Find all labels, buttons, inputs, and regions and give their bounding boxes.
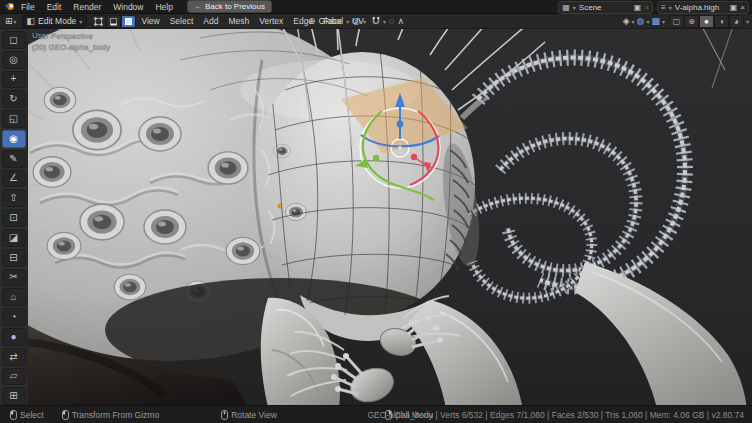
- back-button-label: Back to Previous: [205, 2, 265, 11]
- material-preview-icon: ◑: [719, 17, 724, 26]
- chevron-down-icon: ▾: [14, 18, 17, 25]
- topbar: File Edit Render Window Help ← Back to P…: [0, 0, 752, 14]
- tool-poly-build[interactable]: ⌂: [2, 288, 26, 306]
- tool-transform[interactable]: ◉: [2, 130, 26, 148]
- hint-label: Rotate View: [231, 410, 277, 420]
- snap-settings-dropdown[interactable]: ▾: [383, 18, 386, 25]
- xray-box-icon: ▢: [673, 17, 681, 26]
- toolbar: ◻ ◎ + ↻ ◱ ◉ ✎ ∠ ⇧ ⊡ ◪ ⊟ ✂ ⌂ ◔ ● ⇄ ▱ ⊞: [0, 28, 28, 406]
- shading-material-button[interactable]: ◑: [714, 15, 729, 28]
- menu-render[interactable]: Render: [67, 2, 107, 12]
- new-view-layer-icon[interactable]: ▣: [730, 3, 738, 12]
- pivot-point-dropdown[interactable]: ◎: [352, 16, 360, 26]
- xray-settings-dropdown[interactable]: ▾: [662, 18, 665, 25]
- menu-edit[interactable]: Edit: [41, 2, 68, 12]
- status-hint-transform: Transform From Gizmo: [62, 410, 160, 420]
- mode-dropdown[interactable]: ◧ Edit Mode ▾: [22, 15, 88, 28]
- tool-shear[interactable]: ▱: [2, 368, 26, 386]
- mouse-middle-icon: [221, 410, 228, 420]
- menu-help[interactable]: Help: [149, 2, 178, 12]
- select-mode-group: [91, 15, 136, 28]
- tool-smooth[interactable]: ●: [2, 328, 26, 346]
- solid-shading-icon: ●: [704, 17, 709, 26]
- scene-statistics: GEO-alpha_body | Verts 6/532 | Edges 7/1…: [367, 410, 744, 420]
- face-select-mode-button[interactable]: [121, 15, 136, 28]
- back-to-previous-button[interactable]: ← Back to Previous: [187, 0, 272, 13]
- tool-annotate[interactable]: ✎: [2, 150, 26, 168]
- new-scene-icon[interactable]: ▣: [634, 3, 642, 12]
- proportional-falloff-dropdown[interactable]: ∧: [397, 16, 404, 26]
- rip-region-icon: ⊞: [9, 391, 17, 401]
- snap-magnet-toggle[interactable]: [372, 16, 380, 26]
- viewport-3d-canvas[interactable]: [0, 0, 752, 423]
- edge-select-mode-button[interactable]: [106, 15, 121, 28]
- view-layer-selector[interactable]: ≡ ▾ V-alpha.high ▣ ×: [657, 1, 749, 14]
- status-hint-rotate-view: Rotate View: [221, 410, 277, 420]
- status-hint-select: Select: [10, 410, 44, 420]
- menu-view[interactable]: View: [136, 16, 164, 26]
- gizmo-settings-dropdown[interactable]: ▾: [632, 18, 635, 25]
- tool-rip-region[interactable]: ⊞: [2, 387, 26, 405]
- tool-cursor[interactable]: ◎: [2, 51, 26, 69]
- overlays-settings-dropdown[interactable]: ▾: [646, 18, 649, 25]
- tool-knife[interactable]: ✂: [2, 269, 26, 287]
- menu-window[interactable]: Window: [107, 2, 149, 12]
- rendered-shading-icon: ◕: [734, 17, 739, 26]
- tool-extrude-region[interactable]: ⇧: [2, 189, 26, 207]
- vertex-select-mode-button[interactable]: [91, 15, 106, 28]
- shear-icon: ▱: [10, 371, 18, 381]
- hint-label: Transform From Gizmo: [72, 410, 160, 420]
- remove-view-layer-icon[interactable]: ×: [740, 3, 745, 12]
- mouse-left-icon: [10, 410, 17, 420]
- tool-inset-faces[interactable]: ⊡: [2, 209, 26, 227]
- editor-type-button[interactable]: ⊞ ▾: [3, 16, 19, 26]
- menu-select[interactable]: Select: [165, 16, 199, 26]
- view-layer-icon: ≡: [661, 3, 666, 12]
- tool-spin[interactable]: ◔: [2, 308, 26, 326]
- show-overlays-toggle[interactable]: ◍: [637, 16, 645, 26]
- menu-vertex[interactable]: Vertex: [254, 16, 288, 26]
- active-object-overlay: (20) GEO-alpha_body: [32, 42, 110, 51]
- xray-toggle[interactable]: ▩: [651, 16, 660, 26]
- tool-scale[interactable]: ◱: [2, 110, 26, 128]
- tool-edge-slide[interactable]: ⇄: [2, 348, 26, 366]
- measure-icon: ∠: [9, 173, 18, 183]
- viewport-display-controls: ◈ ▾ ◍ ▾ ▩ ▾ ▢ ⊕ ● ◑ ◕ ▾: [623, 14, 749, 28]
- face-mode-icon: [124, 17, 133, 26]
- back-arrow-icon: ←: [194, 2, 202, 11]
- scene-name[interactable]: Scene: [579, 3, 631, 12]
- view-name-overlay: User Perspective: [32, 31, 93, 40]
- editor-type-icon: ⊞: [5, 16, 13, 26]
- shading-rendered-button[interactable]: ◕: [729, 15, 744, 28]
- chevron-down-icon: ▾: [346, 18, 349, 25]
- menu-mesh[interactable]: Mesh: [223, 16, 254, 26]
- shading-wireframe-button[interactable]: ⊕: [684, 15, 699, 28]
- transform-controls: ⊕ Global ▾ ◎ ▾ ▾ ◌ ∧: [308, 14, 404, 28]
- scene-selector[interactable]: ▦ ▾ Scene ▣ ×: [558, 1, 653, 14]
- chevron-down-icon: ▾: [669, 4, 672, 11]
- spin-icon: ◔: [10, 312, 16, 322]
- tool-select-box[interactable]: ◻: [2, 31, 26, 49]
- delete-scene-icon: ×: [644, 3, 649, 12]
- shading-solid-button[interactable]: ●: [699, 15, 714, 28]
- tool-loop-cut[interactable]: ⊟: [2, 249, 26, 267]
- smooth-icon: ●: [10, 332, 16, 342]
- chevron-down-icon: ▾: [363, 18, 366, 25]
- tool-move[interactable]: +: [2, 71, 26, 89]
- tool-rotate[interactable]: ↻: [2, 90, 26, 108]
- proportional-editing-toggle[interactable]: ◌: [389, 16, 394, 26]
- transform-orientation-dropdown[interactable]: Global: [319, 16, 344, 26]
- statusbar: Select Transform From Gizmo Rotate View …: [0, 405, 752, 423]
- menu-file[interactable]: File: [15, 2, 41, 12]
- shading-mode-group: ▢ ⊕ ● ◑ ◕: [669, 15, 744, 28]
- edit-mode-icon: ◧: [27, 16, 36, 26]
- hint-label: Select: [20, 410, 44, 420]
- menu-add[interactable]: Add: [198, 16, 223, 26]
- view-layer-name[interactable]: V-alpha.high: [675, 3, 727, 12]
- poly-build-icon: ⌂: [10, 292, 16, 302]
- show-gizmo-toggle[interactable]: ◈: [623, 16, 630, 26]
- toggle-xray-button[interactable]: ▢: [669, 15, 684, 28]
- tool-measure[interactable]: ∠: [2, 170, 26, 188]
- tool-bevel[interactable]: ◪: [2, 229, 26, 247]
- shading-settings-dropdown[interactable]: ▾: [746, 18, 749, 25]
